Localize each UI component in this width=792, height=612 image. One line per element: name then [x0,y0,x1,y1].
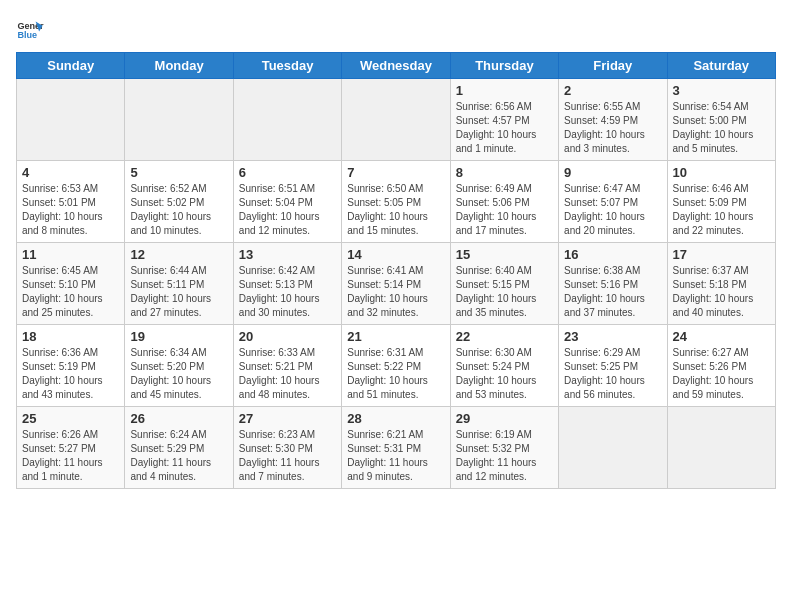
day-number: 20 [239,329,336,344]
day-number: 27 [239,411,336,426]
day-number: 1 [456,83,553,98]
day-detail: Sunrise: 6:56 AMSunset: 4:57 PMDaylight:… [456,100,553,156]
calendar-cell: 15Sunrise: 6:40 AMSunset: 5:15 PMDayligh… [450,243,558,325]
calendar-cell: 24Sunrise: 6:27 AMSunset: 5:26 PMDayligh… [667,325,775,407]
day-detail: Sunrise: 6:47 AMSunset: 5:07 PMDaylight:… [564,182,661,238]
day-detail: Sunrise: 6:55 AMSunset: 4:59 PMDaylight:… [564,100,661,156]
day-number: 19 [130,329,227,344]
day-number: 29 [456,411,553,426]
weekday-header-thursday: Thursday [450,53,558,79]
calendar-cell: 21Sunrise: 6:31 AMSunset: 5:22 PMDayligh… [342,325,450,407]
day-detail: Sunrise: 6:33 AMSunset: 5:21 PMDaylight:… [239,346,336,402]
calendar-cell: 6Sunrise: 6:51 AMSunset: 5:04 PMDaylight… [233,161,341,243]
weekday-header-saturday: Saturday [667,53,775,79]
calendar-cell: 11Sunrise: 6:45 AMSunset: 5:10 PMDayligh… [17,243,125,325]
calendar-cell: 23Sunrise: 6:29 AMSunset: 5:25 PMDayligh… [559,325,667,407]
day-detail: Sunrise: 6:19 AMSunset: 5:32 PMDaylight:… [456,428,553,484]
day-number: 2 [564,83,661,98]
calendar-cell [342,79,450,161]
day-number: 24 [673,329,770,344]
calendar-cell: 2Sunrise: 6:55 AMSunset: 4:59 PMDaylight… [559,79,667,161]
day-number: 13 [239,247,336,262]
day-detail: Sunrise: 6:26 AMSunset: 5:27 PMDaylight:… [22,428,119,484]
calendar-cell: 8Sunrise: 6:49 AMSunset: 5:06 PMDaylight… [450,161,558,243]
day-number: 8 [456,165,553,180]
calendar-cell: 25Sunrise: 6:26 AMSunset: 5:27 PMDayligh… [17,407,125,489]
page-header: General Blue [16,16,776,44]
day-detail: Sunrise: 6:37 AMSunset: 5:18 PMDaylight:… [673,264,770,320]
calendar-cell: 22Sunrise: 6:30 AMSunset: 5:24 PMDayligh… [450,325,558,407]
calendar-cell: 3Sunrise: 6:54 AMSunset: 5:00 PMDaylight… [667,79,775,161]
day-number: 9 [564,165,661,180]
calendar-cell: 9Sunrise: 6:47 AMSunset: 5:07 PMDaylight… [559,161,667,243]
day-number: 21 [347,329,444,344]
calendar-cell: 19Sunrise: 6:34 AMSunset: 5:20 PMDayligh… [125,325,233,407]
calendar-table: SundayMondayTuesdayWednesdayThursdayFrid… [16,52,776,489]
weekday-header-monday: Monday [125,53,233,79]
calendar-cell [559,407,667,489]
calendar-cell: 5Sunrise: 6:52 AMSunset: 5:02 PMDaylight… [125,161,233,243]
day-number: 16 [564,247,661,262]
weekday-header-friday: Friday [559,53,667,79]
day-number: 11 [22,247,119,262]
day-number: 22 [456,329,553,344]
day-number: 5 [130,165,227,180]
day-number: 23 [564,329,661,344]
day-number: 10 [673,165,770,180]
logo: General Blue [16,16,48,44]
calendar-cell: 12Sunrise: 6:44 AMSunset: 5:11 PMDayligh… [125,243,233,325]
calendar-week-row: 18Sunrise: 6:36 AMSunset: 5:19 PMDayligh… [17,325,776,407]
calendar-cell: 7Sunrise: 6:50 AMSunset: 5:05 PMDaylight… [342,161,450,243]
calendar-cell [17,79,125,161]
day-detail: Sunrise: 6:41 AMSunset: 5:14 PMDaylight:… [347,264,444,320]
calendar-cell: 20Sunrise: 6:33 AMSunset: 5:21 PMDayligh… [233,325,341,407]
day-detail: Sunrise: 6:23 AMSunset: 5:30 PMDaylight:… [239,428,336,484]
day-detail: Sunrise: 6:38 AMSunset: 5:16 PMDaylight:… [564,264,661,320]
day-number: 25 [22,411,119,426]
day-detail: Sunrise: 6:45 AMSunset: 5:10 PMDaylight:… [22,264,119,320]
calendar-cell: 16Sunrise: 6:38 AMSunset: 5:16 PMDayligh… [559,243,667,325]
day-detail: Sunrise: 6:36 AMSunset: 5:19 PMDaylight:… [22,346,119,402]
calendar-week-row: 1Sunrise: 6:56 AMSunset: 4:57 PMDaylight… [17,79,776,161]
day-number: 6 [239,165,336,180]
day-number: 28 [347,411,444,426]
day-detail: Sunrise: 6:31 AMSunset: 5:22 PMDaylight:… [347,346,444,402]
day-number: 3 [673,83,770,98]
weekday-header-row: SundayMondayTuesdayWednesdayThursdayFrid… [17,53,776,79]
day-detail: Sunrise: 6:29 AMSunset: 5:25 PMDaylight:… [564,346,661,402]
day-detail: Sunrise: 6:27 AMSunset: 5:26 PMDaylight:… [673,346,770,402]
calendar-cell: 27Sunrise: 6:23 AMSunset: 5:30 PMDayligh… [233,407,341,489]
calendar-cell: 1Sunrise: 6:56 AMSunset: 4:57 PMDaylight… [450,79,558,161]
day-detail: Sunrise: 6:34 AMSunset: 5:20 PMDaylight:… [130,346,227,402]
calendar-cell [125,79,233,161]
day-number: 7 [347,165,444,180]
day-number: 4 [22,165,119,180]
calendar-week-row: 4Sunrise: 6:53 AMSunset: 5:01 PMDaylight… [17,161,776,243]
day-number: 15 [456,247,553,262]
weekday-header-tuesday: Tuesday [233,53,341,79]
day-detail: Sunrise: 6:50 AMSunset: 5:05 PMDaylight:… [347,182,444,238]
calendar-cell: 13Sunrise: 6:42 AMSunset: 5:13 PMDayligh… [233,243,341,325]
weekday-header-wednesday: Wednesday [342,53,450,79]
day-detail: Sunrise: 6:52 AMSunset: 5:02 PMDaylight:… [130,182,227,238]
day-number: 26 [130,411,227,426]
day-detail: Sunrise: 6:51 AMSunset: 5:04 PMDaylight:… [239,182,336,238]
calendar-cell: 14Sunrise: 6:41 AMSunset: 5:14 PMDayligh… [342,243,450,325]
weekday-header-sunday: Sunday [17,53,125,79]
calendar-cell: 17Sunrise: 6:37 AMSunset: 5:18 PMDayligh… [667,243,775,325]
day-detail: Sunrise: 6:24 AMSunset: 5:29 PMDaylight:… [130,428,227,484]
day-number: 14 [347,247,444,262]
day-detail: Sunrise: 6:42 AMSunset: 5:13 PMDaylight:… [239,264,336,320]
day-detail: Sunrise: 6:40 AMSunset: 5:15 PMDaylight:… [456,264,553,320]
calendar-cell: 18Sunrise: 6:36 AMSunset: 5:19 PMDayligh… [17,325,125,407]
svg-text:Blue: Blue [17,30,37,40]
day-detail: Sunrise: 6:21 AMSunset: 5:31 PMDaylight:… [347,428,444,484]
logo-icon: General Blue [16,16,44,44]
day-number: 17 [673,247,770,262]
calendar-cell: 28Sunrise: 6:21 AMSunset: 5:31 PMDayligh… [342,407,450,489]
day-detail: Sunrise: 6:44 AMSunset: 5:11 PMDaylight:… [130,264,227,320]
day-detail: Sunrise: 6:46 AMSunset: 5:09 PMDaylight:… [673,182,770,238]
calendar-cell [667,407,775,489]
day-detail: Sunrise: 6:54 AMSunset: 5:00 PMDaylight:… [673,100,770,156]
calendar-cell: 26Sunrise: 6:24 AMSunset: 5:29 PMDayligh… [125,407,233,489]
